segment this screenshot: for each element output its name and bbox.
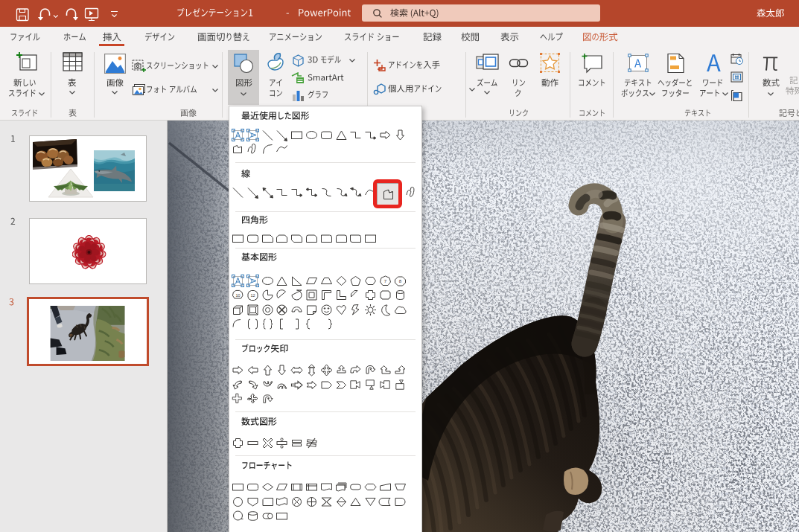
svg-text:8: 8 xyxy=(399,279,402,283)
svg-text:10: 10 xyxy=(235,293,240,298)
svg-text:12: 12 xyxy=(250,293,255,298)
svg-text:7: 7 xyxy=(384,279,387,283)
